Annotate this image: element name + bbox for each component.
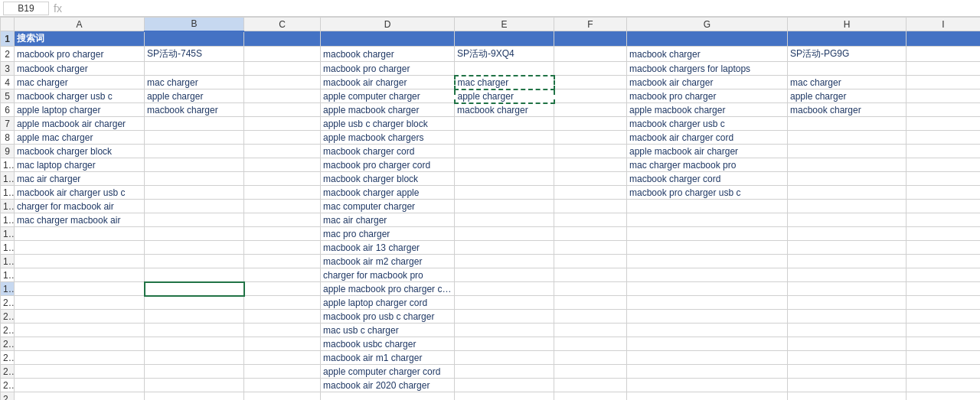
cell-g14[interactable] (627, 213, 788, 227)
cell-c20[interactable] (244, 296, 321, 310)
cell-b16[interactable] (145, 241, 244, 255)
cell-b20[interactable] (145, 296, 244, 310)
cell-i9[interactable] (906, 145, 981, 158)
cell-b17[interactable] (145, 255, 244, 268)
cell-g15[interactable] (627, 227, 788, 241)
cell-h16[interactable] (788, 241, 906, 255)
cell-e22[interactable] (455, 324, 554, 337)
cell-a9[interactable]: macbook charger block (15, 145, 145, 158)
cell-a12[interactable]: macbook air charger usb c (15, 186, 145, 200)
cell-g16[interactable] (627, 241, 788, 255)
cell-f9[interactable] (554, 145, 627, 158)
cell-e21[interactable] (455, 310, 554, 324)
cell-f1[interactable] (554, 31, 627, 47)
cell-a13[interactable]: charger for macbook air (15, 200, 145, 213)
cell-f12[interactable] (554, 186, 627, 200)
cell-b2[interactable]: SP活动-745S (145, 47, 244, 62)
cell-h15[interactable] (788, 227, 906, 241)
cell-b1[interactable] (145, 31, 244, 47)
cell-b27[interactable] (145, 392, 244, 401)
cell-g20[interactable] (627, 296, 788, 310)
cell-d24[interactable]: macbook air m1 charger (321, 351, 455, 365)
cell-i16[interactable] (906, 241, 981, 255)
cell-c26[interactable] (244, 379, 321, 392)
cell-f11[interactable] (554, 172, 627, 186)
cell-i1[interactable] (906, 31, 981, 47)
cell-a16[interactable] (15, 241, 145, 255)
cell-i11[interactable] (906, 172, 981, 186)
cell-e4[interactable]: mac charger (455, 76, 554, 89)
cell-f14[interactable] (554, 213, 627, 227)
cell-b25[interactable] (145, 365, 244, 379)
cell-e15[interactable] (455, 227, 554, 241)
cell-h23[interactable] (788, 337, 906, 351)
cell-i21[interactable] (906, 310, 981, 324)
cell-g21[interactable] (627, 310, 788, 324)
cell-a14[interactable]: mac charger macbook air (15, 213, 145, 227)
cell-e6[interactable]: macbook charger (455, 103, 554, 117)
cell-b26[interactable] (145, 379, 244, 392)
cell-b4[interactable]: mac charger (145, 76, 244, 89)
cell-a17[interactable] (15, 255, 145, 268)
cell-g17[interactable] (627, 255, 788, 268)
cell-g10[interactable]: mac charger macbook pro (627, 158, 788, 172)
cell-c17[interactable] (244, 255, 321, 268)
cell-h2[interactable]: SP活动-PG9G (788, 47, 906, 62)
cell-b19[interactable] (145, 282, 244, 296)
cell-d6[interactable]: apple macbook charger (321, 103, 455, 117)
col-header-f[interactable]: F (554, 18, 627, 31)
cell-c16[interactable] (244, 241, 321, 255)
cell-c5[interactable] (244, 89, 321, 103)
cell-h14[interactable] (788, 213, 906, 227)
cell-h4[interactable]: mac charger (788, 76, 906, 89)
cell-d19[interactable]: apple macbook pro charger cord (321, 282, 455, 296)
cell-b8[interactable] (145, 131, 244, 145)
cell-f18[interactable] (554, 268, 627, 282)
cell-b24[interactable] (145, 351, 244, 365)
cell-e2[interactable]: SP活动-9XQ4 (455, 47, 554, 62)
cell-d25[interactable]: apple computer charger cord (321, 365, 455, 379)
cell-a23[interactable] (15, 337, 145, 351)
cell-h6[interactable]: macbook charger (788, 103, 906, 117)
cell-h21[interactable] (788, 310, 906, 324)
cell-d23[interactable]: macbook usbc charger (321, 337, 455, 351)
cell-a5[interactable]: macbook charger usb c (15, 89, 145, 103)
cell-a19[interactable] (15, 282, 145, 296)
cell-e12[interactable] (455, 186, 554, 200)
cell-h18[interactable] (788, 268, 906, 282)
cell-a6[interactable]: apple laptop charger (15, 103, 145, 117)
cell-i13[interactable] (906, 200, 981, 213)
cell-g19[interactable] (627, 282, 788, 296)
cell-c1[interactable] (244, 31, 321, 47)
cell-d3[interactable]: macbook pro charger (321, 62, 455, 76)
cell-c23[interactable] (244, 337, 321, 351)
col-header-h[interactable]: H (788, 18, 906, 31)
cell-d8[interactable]: apple macbook chargers (321, 131, 455, 145)
cell-d13[interactable]: mac computer charger (321, 200, 455, 213)
cell-h1[interactable] (788, 31, 906, 47)
col-header-g[interactable]: G (627, 18, 788, 31)
cell-b23[interactable] (145, 337, 244, 351)
cell-d15[interactable]: mac pro charger (321, 227, 455, 241)
cell-i7[interactable] (906, 117, 981, 131)
cell-d26[interactable]: macbook air 2020 charger (321, 379, 455, 392)
cell-e13[interactable] (455, 200, 554, 213)
cell-e20[interactable] (455, 296, 554, 310)
cell-c7[interactable] (244, 117, 321, 131)
cell-i17[interactable] (906, 255, 981, 268)
cell-b5[interactable]: apple charger (145, 89, 244, 103)
cell-c9[interactable] (244, 145, 321, 158)
cell-b15[interactable] (145, 227, 244, 241)
cell-d22[interactable]: mac usb c charger (321, 324, 455, 337)
cell-h11[interactable] (788, 172, 906, 186)
cell-d7[interactable]: apple usb c charger block (321, 117, 455, 131)
cell-g2[interactable]: macbook charger (627, 47, 788, 62)
cell-d1[interactable] (321, 31, 455, 47)
cell-a25[interactable] (15, 365, 145, 379)
cell-d21[interactable]: macbook pro usb c charger (321, 310, 455, 324)
cell-e3[interactable] (455, 62, 554, 76)
cell-h25[interactable] (788, 365, 906, 379)
cell-f22[interactable] (554, 324, 627, 337)
cell-f25[interactable] (554, 365, 627, 379)
cell-c27[interactable] (244, 392, 321, 401)
